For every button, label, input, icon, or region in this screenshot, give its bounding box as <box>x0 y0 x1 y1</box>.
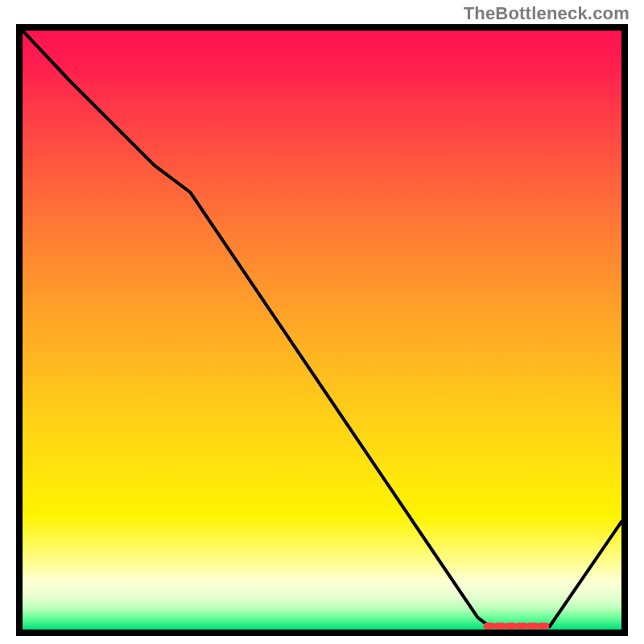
bottleneck-curve <box>23 31 621 626</box>
curve-layer <box>23 31 621 630</box>
attribution-label: TheBottleneck.com <box>464 3 630 24</box>
plot-area <box>16 24 628 636</box>
chart-container: TheBottleneck.com <box>0 0 644 644</box>
